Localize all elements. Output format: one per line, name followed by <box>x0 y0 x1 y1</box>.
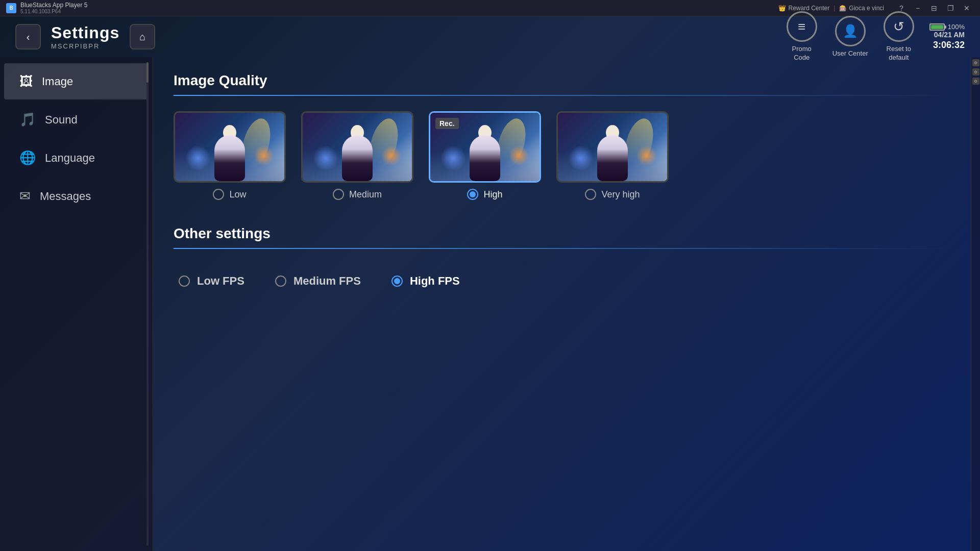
user-center-icon: 👤 <box>835 16 866 46</box>
sidebar-scroll-thumb <box>146 62 149 83</box>
play-win-label[interactable]: 🎰 Gioca e vinci <box>839 5 884 12</box>
image-icon: 🖼 <box>19 73 33 89</box>
radio-high-inner <box>470 191 476 197</box>
sidebar-item-language[interactable]: 🌐 Language <box>4 140 149 176</box>
promo-code-icon: ≡ <box>787 11 817 42</box>
home-icon: ⌂ <box>139 31 145 43</box>
language-icon: 🌐 <box>19 150 36 166</box>
battery-icon <box>929 23 945 31</box>
main-container: ‹ Settings MSCRPIBPR ⌂ ≡ PromoCode 👤 Use… <box>0 16 980 551</box>
fps-medium-label: Medium FPS <box>293 274 361 288</box>
quality-option-low[interactable]: Low <box>174 111 286 200</box>
quality-label-low: Low <box>213 189 246 200</box>
other-settings-divider <box>174 248 950 249</box>
content-wrapper: 🖼 Image 🎵 Sound 🌐 Language ✉ Messages Im… <box>0 57 980 551</box>
title-bar-left: B BlueStacks App Player 5 5.11.40.1003.P… <box>6 2 87 14</box>
quality-option-very-high[interactable]: Very high <box>556 111 669 200</box>
radio-very-high[interactable] <box>585 189 596 200</box>
app-name: BlueStacks App Player 5 5.11.40.1003.P64 <box>20 2 87 14</box>
radio-fps-high-inner <box>394 278 400 284</box>
rec-badge: Rec. <box>435 118 459 129</box>
settings-subtitle: MSCRPIBPR <box>51 42 119 50</box>
quality-thumbnail-high: Rec. <box>429 111 541 183</box>
radio-fps-medium[interactable] <box>275 276 286 287</box>
fps-low-label: Low FPS <box>197 274 244 288</box>
reset-default-button[interactable]: ↺ Reset todefault <box>884 11 914 62</box>
sidebar-item-image[interactable]: 🖼 Image <box>4 63 149 99</box>
top-bar: ‹ Settings MSCRPIBPR ⌂ ≡ PromoCode 👤 Use… <box>0 16 980 57</box>
page-title: Settings <box>51 23 119 42</box>
other-settings-title: Other settings <box>174 226 950 242</box>
radio-high[interactable] <box>467 189 478 200</box>
fps-option-high[interactable]: High FPS <box>391 274 460 288</box>
sound-icon: 🎵 <box>19 112 36 128</box>
sidebar-item-label-language: Language <box>45 152 95 165</box>
right-panel: ⚙ ⚙ ⚙ <box>971 57 980 551</box>
radio-medium[interactable] <box>333 189 344 200</box>
sidebar: 🖼 Image 🎵 Sound 🌐 Language ✉ Messages <box>0 57 153 551</box>
user-center-button[interactable]: 👤 User Center <box>832 16 868 58</box>
battery-time-display: 100% 04/21 AM 3:06:32 <box>929 23 965 51</box>
radio-fps-low[interactable] <box>179 276 190 287</box>
quality-thumbnail-low <box>174 111 286 183</box>
quality-label-very-high: Very high <box>585 189 640 200</box>
image-quality-divider <box>174 95 950 96</box>
fps-options: Low FPS Medium FPS High FPS <box>174 264 950 298</box>
content-area: Image Quality <box>153 57 971 551</box>
back-button[interactable]: ‹ <box>15 24 41 49</box>
sidebar-item-label-image: Image <box>42 75 73 88</box>
quality-option-high[interactable]: Rec. <box>429 111 541 200</box>
right-panel-btn-2[interactable]: ⚙ <box>972 68 979 76</box>
fps-high-label: High FPS <box>410 274 460 288</box>
quality-label-medium: Medium <box>333 189 382 200</box>
promo-code-button[interactable]: ≡ PromoCode <box>787 11 817 62</box>
radio-fps-high[interactable] <box>391 276 403 287</box>
home-button[interactable]: ⌂ <box>130 24 155 49</box>
sidebar-scroll <box>146 62 149 546</box>
quality-options: Low <box>174 111 950 200</box>
quality-thumbnail-very-high <box>556 111 669 183</box>
quality-thumbnail-medium <box>301 111 413 183</box>
right-panel-btn-3[interactable]: ⚙ <box>972 78 979 85</box>
right-panel-btn-1[interactable]: ⚙ <box>972 59 979 66</box>
quality-option-medium[interactable]: Medium <box>301 111 413 200</box>
sidebar-item-messages[interactable]: ✉ Messages <box>4 178 149 214</box>
fps-option-medium[interactable]: Medium FPS <box>275 274 361 288</box>
radio-low[interactable] <box>213 189 224 200</box>
user-center-label: User Center <box>832 49 868 58</box>
app-logo: B <box>6 3 16 13</box>
top-bar-actions: ≡ PromoCode 👤 User Center ↺ Reset todefa… <box>787 11 965 62</box>
sidebar-item-sound[interactable]: 🎵 Sound <box>4 102 149 138</box>
fps-option-low[interactable]: Low FPS <box>179 274 244 288</box>
messages-icon: ✉ <box>19 188 31 204</box>
reward-center-label[interactable]: 👑 Reward Center <box>778 5 829 12</box>
quality-label-high: High <box>467 189 502 200</box>
clock-display: 04/21 AM 3:06:32 <box>933 31 965 51</box>
reset-default-icon: ↺ <box>884 11 914 42</box>
image-quality-title: Image Quality <box>174 72 950 89</box>
sidebar-item-label-messages: Messages <box>40 190 91 203</box>
battery-percentage: 100% <box>948 23 965 31</box>
back-icon: ‹ <box>27 31 30 43</box>
sidebar-item-label-sound: Sound <box>45 113 78 127</box>
